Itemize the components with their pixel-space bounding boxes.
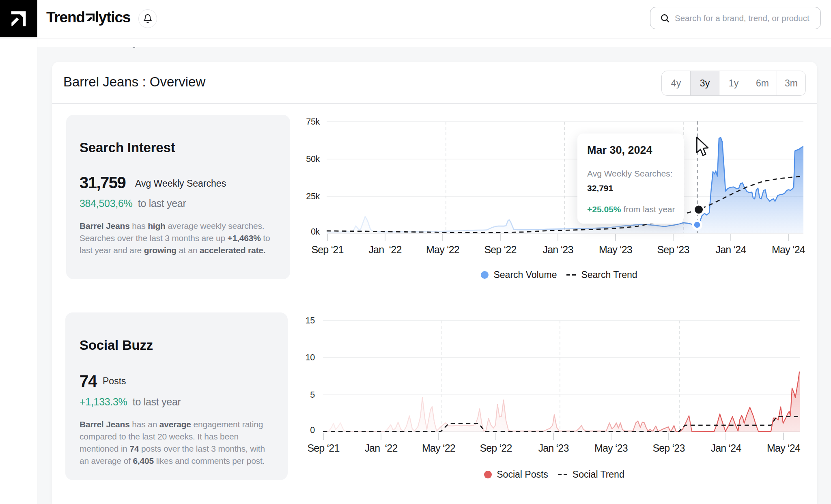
svg-text:Sep ‘21: Sep ‘21: [311, 244, 343, 255]
svg-text:75k: 75k: [306, 117, 320, 127]
svg-text:Sep ‘22: Sep ‘22: [484, 244, 516, 255]
svg-text:Jan ‘22: Jan ‘22: [368, 244, 401, 255]
svg-text:May ‘23: May ‘23: [594, 442, 628, 454]
svg-text:Jan ‘23: Jan ‘23: [543, 244, 573, 255]
svg-text:Jan ‘24: Jan ‘24: [710, 442, 741, 454]
svg-text:50k: 50k: [306, 154, 320, 164]
svg-text:Sep ‘23: Sep ‘23: [652, 442, 685, 454]
svg-text:Jan ‘23: Jan ‘23: [538, 442, 568, 454]
svg-text:May ‘24: May ‘24: [767, 442, 801, 454]
svg-text:Sep ‘21: Sep ‘21: [307, 442, 339, 454]
svg-text:May ‘23: May ‘23: [599, 244, 632, 255]
svg-text:0k: 0k: [311, 227, 320, 237]
svg-text:May ‘22: May ‘22: [422, 442, 455, 454]
svg-text:Sep ‘22: Sep ‘22: [480, 442, 512, 454]
svg-text:Jan ‘22: Jan ‘22: [364, 442, 397, 454]
svg-text:5: 5: [310, 390, 315, 400]
svg-text:25k: 25k: [306, 192, 320, 201]
svg-text:Jan ‘24: Jan ‘24: [715, 244, 746, 255]
svg-text:May ‘24: May ‘24: [772, 244, 805, 255]
svg-text:Sep ‘23: Sep ‘23: [657, 244, 689, 255]
svg-text:May ‘22: May ‘22: [426, 244, 459, 255]
svg-text:15: 15: [306, 316, 315, 325]
svg-text:10: 10: [306, 353, 315, 362]
svg-text:0: 0: [310, 425, 315, 435]
